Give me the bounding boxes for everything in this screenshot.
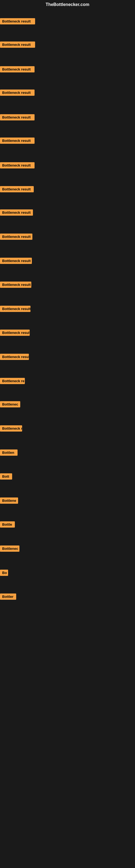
bottleneck-row-23: Bottlenec <box>0 546 19 553</box>
bottleneck-row-7: Bottleneck result <box>0 162 35 169</box>
bottleneck-label-21[interactable]: Bottlene <box>0 497 18 504</box>
bottleneck-row-18: Bottleneck r <box>0 425 22 433</box>
bottleneck-label-10[interactable]: Bottleneck result <box>0 234 32 240</box>
bottleneck-label-24[interactable]: Bo <box>0 569 8 576</box>
bottleneck-label-15[interactable]: Bottleneck result <box>0 354 29 360</box>
bottleneck-row-8: Bottleneck result <box>0 186 34 193</box>
bottleneck-label-23[interactable]: Bottlenec <box>0 546 19 552</box>
bottleneck-row-10: Bottleneck result <box>0 234 32 241</box>
bottleneck-row-14: Bottleneck result <box>0 330 30 337</box>
bottleneck-label-6[interactable]: Bottleneck result <box>0 137 35 144</box>
bottleneck-label-7[interactable]: Bottleneck result <box>0 162 35 168</box>
bottleneck-label-17[interactable]: Bottlenec <box>0 401 20 407</box>
bottleneck-row-12: Bottleneck result <box>0 282 31 289</box>
bottleneck-row-20: Bott <box>0 473 12 480</box>
bottleneck-row-25: Bottler <box>0 593 16 601</box>
bottleneck-label-8[interactable]: Bottleneck result <box>0 186 34 192</box>
bottleneck-row-24: Bo <box>0 569 8 577</box>
bottleneck-label-4[interactable]: Bottleneck result <box>0 90 35 96</box>
bottleneck-label-13[interactable]: Bottleneck result <box>0 306 31 312</box>
bottleneck-label-19[interactable]: Bottlen <box>0 450 17 456</box>
bottleneck-label-11[interactable]: Bottleneck result <box>0 258 32 264</box>
bottleneck-label-25[interactable]: Bottler <box>0 593 16 600</box>
bottleneck-label-1[interactable]: Bottleneck result <box>0 18 35 24</box>
bottleneck-row-9: Bottleneck result <box>0 209 33 217</box>
bottleneck-row-2: Bottleneck result <box>0 41 35 49</box>
bottleneck-row-21: Bottlene <box>0 497 18 505</box>
bottleneck-row-17: Bottlenec <box>0 401 20 408</box>
bottleneck-row-19: Bottlen <box>0 450 17 457</box>
bottleneck-label-22[interactable]: Bottle <box>0 521 15 528</box>
bottleneck-row-4: Bottleneck result <box>0 90 35 97</box>
site-title: TheBottlenecker.com <box>0 0 135 8</box>
bottleneck-label-5[interactable]: Bottleneck result <box>0 114 35 120</box>
bottleneck-row-22: Bottle <box>0 521 15 529</box>
bottleneck-row-6: Bottleneck result <box>0 137 35 145</box>
bottleneck-label-20[interactable]: Bott <box>0 473 12 479</box>
bottleneck-label-2[interactable]: Bottleneck result <box>0 41 35 48</box>
bottleneck-row-3: Bottleneck result <box>0 66 35 73</box>
bottleneck-row-15: Bottleneck result <box>0 354 29 361</box>
bottleneck-label-18[interactable]: Bottleneck r <box>0 425 22 432</box>
bottleneck-label-9[interactable]: Bottleneck result <box>0 209 33 216</box>
bottleneck-label-12[interactable]: Bottleneck result <box>0 282 31 288</box>
bottleneck-row-13: Bottleneck result <box>0 306 31 313</box>
bottleneck-row-16: Bottleneck re <box>0 378 25 385</box>
bottleneck-label-3[interactable]: Bottleneck result <box>0 66 35 72</box>
bottleneck-row-1: Bottleneck result <box>0 18 35 26</box>
bottleneck-label-14[interactable]: Bottleneck result <box>0 330 30 336</box>
bottleneck-row-11: Bottleneck result <box>0 258 32 265</box>
bottleneck-row-5: Bottleneck result <box>0 114 35 122</box>
bottleneck-label-16[interactable]: Bottleneck re <box>0 378 25 384</box>
